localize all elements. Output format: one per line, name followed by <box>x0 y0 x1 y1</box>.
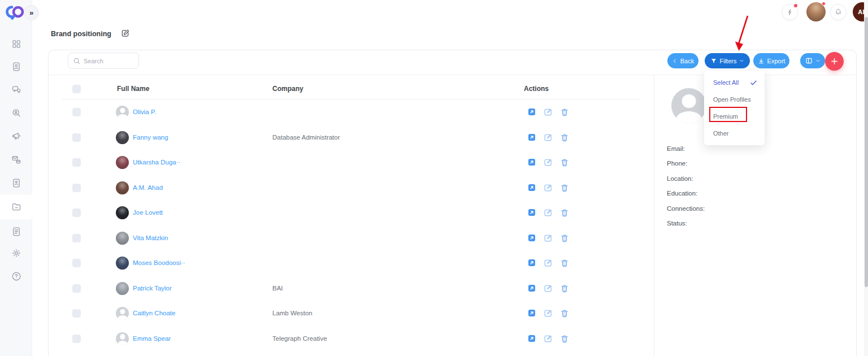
column-header-full-name: Full Name <box>117 85 149 93</box>
contact-name-link[interactable]: Vita Matzkin <box>133 225 168 251</box>
back-button[interactable]: Back <box>667 53 698 68</box>
scrollbar-track[interactable] <box>864 0 868 356</box>
edit-icon[interactable] <box>544 107 553 116</box>
open-profile-icon[interactable] <box>527 233 536 242</box>
table-header: Full Name Company Actions <box>62 79 640 99</box>
edit-title-icon[interactable] <box>121 29 129 37</box>
filters-menu-item[interactable]: Premium <box>704 108 765 125</box>
open-profile-icon[interactable] <box>527 309 536 318</box>
app-logo-icon[interactable] <box>5 3 26 21</box>
table-row: Vita Matzkin <box>62 225 640 251</box>
delete-trash-icon[interactable] <box>560 334 569 343</box>
plus-icon <box>830 57 839 66</box>
open-profile-icon[interactable] <box>527 284 536 293</box>
back-button-label: Back <box>680 58 694 64</box>
row-actions <box>527 276 569 301</box>
export-button[interactable]: Export <box>753 53 789 68</box>
delete-trash-icon[interactable] <box>560 133 569 142</box>
delete-trash-icon[interactable] <box>560 309 569 318</box>
contact-name-link[interactable]: Fanny wang <box>133 125 168 150</box>
edit-icon[interactable] <box>544 158 553 167</box>
sidebar-item-campaigns[interactable] <box>0 125 32 147</box>
contact-name-link[interactable]: Caitlyn Choate <box>133 301 175 326</box>
delete-trash-icon[interactable] <box>560 208 569 217</box>
edit-icon[interactable] <box>544 233 553 242</box>
row-actions <box>527 225 569 251</box>
delete-trash-icon[interactable] <box>560 233 569 242</box>
detail-field-label: Education: <box>667 190 705 205</box>
scrollbar-thumb[interactable] <box>865 17 868 287</box>
delete-trash-icon[interactable] <box>560 158 569 167</box>
sidebar-item-invoices[interactable] <box>0 220 32 243</box>
contact-name-link[interactable]: Patrick Taylor <box>133 276 172 301</box>
open-profile-icon[interactable] <box>527 133 536 142</box>
filters-button[interactable]: Filters <box>705 53 750 68</box>
sidebar-item-contacts[interactable] <box>0 55 32 78</box>
select-all-checkbox[interactable] <box>72 85 81 93</box>
contact-name-link[interactable]: Joe Lovett <box>133 200 163 225</box>
edit-icon[interactable] <box>544 258 553 267</box>
company-cell: Database Administrator <box>272 125 340 150</box>
edit-icon[interactable] <box>544 133 553 142</box>
open-profile-icon[interactable] <box>527 208 536 217</box>
contact-name-link[interactable]: Utkarsha Duga·· <box>133 150 180 175</box>
search-icon <box>73 58 80 64</box>
open-profile-icon[interactable] <box>527 258 536 267</box>
panel-divider <box>654 75 654 356</box>
detail-field-label: Status: <box>667 220 705 235</box>
sidebar-item-settings[interactable] <box>0 242 32 264</box>
contact-avatar <box>116 307 129 320</box>
sidebar-item-search-leads[interactable] <box>0 102 32 124</box>
table-row: Moses Boodoosi·· <box>62 250 640 276</box>
sidebar-item-messages[interactable] <box>0 79 32 101</box>
edit-icon[interactable] <box>544 183 553 192</box>
menu-item-label: Premium <box>713 113 738 120</box>
open-profile-icon[interactable] <box>527 334 536 343</box>
edit-icon[interactable] <box>544 309 553 318</box>
filters-menu-item[interactable]: Open Profiles <box>704 91 765 108</box>
open-profile-icon[interactable] <box>527 107 536 116</box>
row-checkbox[interactable] <box>72 209 81 217</box>
quick-actions-button[interactable] <box>782 4 798 20</box>
row-checkbox[interactable] <box>72 133 81 142</box>
sidebar-item-documents[interactable] <box>0 172 32 194</box>
open-profile-icon[interactable] <box>527 183 536 192</box>
edit-icon[interactable] <box>544 284 553 293</box>
delete-trash-icon[interactable] <box>560 258 569 267</box>
contact-name-link[interactable]: Olivia P. <box>133 99 156 125</box>
sidebar-item-folders[interactable] <box>0 194 32 219</box>
row-checkbox[interactable] <box>72 284 81 293</box>
columns-button[interactable] <box>800 53 825 68</box>
row-checkbox[interactable] <box>72 158 81 167</box>
delete-trash-icon[interactable] <box>560 183 569 192</box>
row-checkbox[interactable] <box>72 184 81 192</box>
sidebar-item-dashboard[interactable] <box>0 33 32 55</box>
contact-name-link[interactable]: Emma Spear <box>133 326 171 351</box>
filters-menu-item[interactable]: Other <box>704 125 765 142</box>
open-profile-icon[interactable] <box>527 158 536 167</box>
sidebar-expand-button[interactable]: » <box>24 5 39 20</box>
search-input[interactable] <box>84 58 133 64</box>
profile-photo-avatar[interactable] <box>806 2 826 21</box>
delete-trash-icon[interactable] <box>560 107 569 116</box>
notifications-bell-button[interactable] <box>830 4 847 20</box>
row-checkbox[interactable] <box>72 309 81 318</box>
sidebar-item-help[interactable] <box>0 265 32 288</box>
export-button-label: Export <box>767 58 785 64</box>
contact-name-link[interactable]: A.M. Ahad <box>133 175 163 201</box>
delete-trash-icon[interactable] <box>560 284 569 293</box>
row-checkbox[interactable] <box>72 259 81 267</box>
sidebar-item-mail-sync[interactable] <box>0 149 32 171</box>
add-button[interactable] <box>825 52 844 71</box>
filters-menu-item[interactable]: Select All <box>704 74 765 91</box>
row-checkbox[interactable] <box>72 234 81 242</box>
edit-icon[interactable] <box>544 208 553 217</box>
table-row: A.M. Ahad <box>62 175 640 201</box>
contact-avatar <box>116 282 129 295</box>
contact-name-link[interactable]: Moses Boodoosi·· <box>133 250 185 276</box>
row-checkbox[interactable] <box>72 108 81 116</box>
row-checkbox[interactable] <box>72 335 81 343</box>
contact-avatar <box>116 206 129 219</box>
row-actions <box>527 301 569 326</box>
edit-icon[interactable] <box>544 334 553 343</box>
